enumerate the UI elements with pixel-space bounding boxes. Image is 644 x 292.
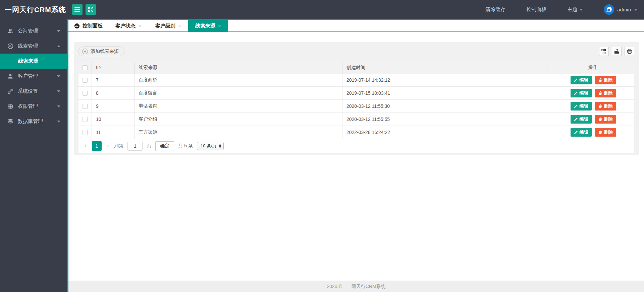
confirm-button[interactable]: 确定 [155,141,174,151]
sidebar-item-label: 数据库管理 [18,118,43,125]
tab-label: 控制面板 [83,23,103,29]
delete-button[interactable]: 删除 [595,102,616,111]
page-size-select[interactable]: 10 条/页 [197,142,224,150]
delete-button[interactable]: 删除 [595,76,616,84]
sidebar-item-public-sea[interactable]: 公海管理 [0,23,67,39]
select-arrows-icon [219,144,221,148]
sidebar-subitem-lead-source[interactable]: 线索来源 [0,54,67,69]
sidebar-item-customers[interactable]: 客户管理 [0,69,67,84]
chevron-down-icon [57,105,60,107]
goto-page-input[interactable] [127,142,143,151]
cell-id: 10 [92,113,135,126]
tab-customer-level[interactable]: 客户级别 × [148,20,188,31]
sidebar-item-system-settings[interactable]: 系统设置 [0,84,67,99]
delete-button[interactable]: 删除 [595,128,616,137]
edit-button[interactable]: 编辑 [571,102,592,111]
users-icon [7,28,13,34]
cell-source: 百度商桥 [135,74,342,86]
page-content: + 添加线索来源 [68,32,644,281]
tab-control-panel[interactable]: 控制面板 [68,20,108,31]
table-row: 7 百度商桥 2019-07-14 14:32:12 编辑 删除 [78,74,634,87]
sidebar-toggle-button[interactable] [72,4,83,15]
chevron-down-icon [57,121,60,123]
chevron-down-icon [580,9,583,11]
control-panel-link[interactable]: 控制面板 [526,6,546,13]
app-title: 一网天行CRM系统 [0,5,72,14]
row-checkbox[interactable] [83,104,88,109]
user-menu[interactable]: admin [604,4,637,15]
select-all-checkbox[interactable] [83,65,88,70]
goto-prefix-label: 到第 [114,143,123,149]
table-row: 10 客户介绍 2020-03-12 11:55:55 编辑 删除 [78,113,634,126]
cell-created: 2019-07-15 10:03:41 [342,87,552,99]
sidebar-item-label: 权限管理 [18,103,38,110]
cell-source: 百度留言 [135,87,342,99]
delete-button[interactable]: 删除 [595,115,616,124]
row-checkbox[interactable] [83,130,88,135]
next-page-icon[interactable]: › [106,143,110,149]
edit-button[interactable]: 编辑 [571,115,592,124]
cell-id: 9 [92,100,135,113]
cell-id: 11 [92,126,135,139]
chevron-down-icon [634,9,637,11]
add-button-label: 添加线索来源 [91,49,119,55]
sidebar-item-permissions[interactable]: 权限管理 [0,99,67,114]
plus-circle-icon: + [82,49,88,54]
cell-created: 2022-03-28 16:24:22 [342,126,552,139]
cell-id: 8 [92,87,135,99]
current-page-button[interactable]: 1 [92,141,102,151]
close-icon[interactable]: × [178,23,181,29]
export-icon[interactable] [612,47,622,56]
theme-label: 主题 [567,6,577,13]
delete-button[interactable]: 删除 [595,89,616,97]
sidebar-item-label: 客户管理 [18,73,38,79]
cell-created: 2020-03-12 11:55:30 [342,100,552,113]
chevron-down-icon [57,30,60,32]
total-count-label: 共 5 条 [178,143,193,149]
globe-icon [74,23,80,29]
sidebar-item-label: 线索管理 [18,43,38,49]
chevron-up-icon [57,45,60,47]
close-icon[interactable]: × [138,23,141,29]
close-icon[interactable]: × [218,23,221,29]
table-row: 11 三方渠道 2022-03-28 16:24:22 编辑 删除 [78,126,634,139]
username-label: admin [617,7,631,12]
theme-menu[interactable]: 主题 [567,6,583,13]
fullscreen-icon [88,7,93,12]
globe-icon [7,43,13,49]
tab-label: 客户状态 [115,23,136,29]
footer: 2020 © 一网天行CRM系统 [68,281,644,292]
settings-icon [7,88,13,94]
row-checkbox[interactable] [83,117,88,122]
sidebar-item-database[interactable]: 数据库管理 [0,114,67,129]
app-window: 一网天行CRM系统 清除缓存 控制面板 主题 [0,0,644,292]
tab-customer-status[interactable]: 客户状态 × [108,20,148,31]
sidebar-item-leads[interactable]: 线索管理 [0,39,67,54]
print-icon[interactable] [625,47,634,56]
tab-lead-source[interactable]: 线索来源 × [188,20,228,31]
row-checkbox[interactable] [83,78,88,83]
fullscreen-button[interactable] [86,4,96,15]
clear-cache-link[interactable]: 清除缓存 [485,6,505,13]
main-area: 控制面板 客户状态 × 客户级别 × 线索来源 × [67,19,644,292]
header-ops: 操作 [552,62,634,74]
header-source: 线索来源 [135,62,342,74]
edit-button[interactable]: 编辑 [571,76,592,84]
edit-button[interactable]: 编辑 [571,128,592,137]
table-row: 9 电话咨询 2020-03-12 11:55:30 编辑 删除 [78,100,634,113]
prev-page-icon[interactable]: ‹ [83,143,88,149]
lead-source-panel: + 添加线索来源 [74,42,639,155]
edit-button[interactable]: 编辑 [571,89,592,97]
goto-suffix-label: 页 [147,143,151,149]
cell-source: 客户介绍 [135,113,342,126]
columns-icon[interactable] [599,47,609,56]
hamburger-icon [74,7,80,12]
sidebar-item-label: 系统设置 [18,88,38,94]
pagination-bar: ‹ 1 › 到第 页 确定 共 5 条 10 条/页 [78,139,634,153]
tab-label: 客户级别 [155,23,175,29]
add-lead-source-button[interactable]: + 添加线索来源 [78,47,124,56]
database-icon [7,119,13,125]
sidebar: 公海管理 线索管理 线索来源 客户管理 [0,19,67,292]
row-checkbox[interactable] [83,91,88,96]
avatar [604,4,614,15]
